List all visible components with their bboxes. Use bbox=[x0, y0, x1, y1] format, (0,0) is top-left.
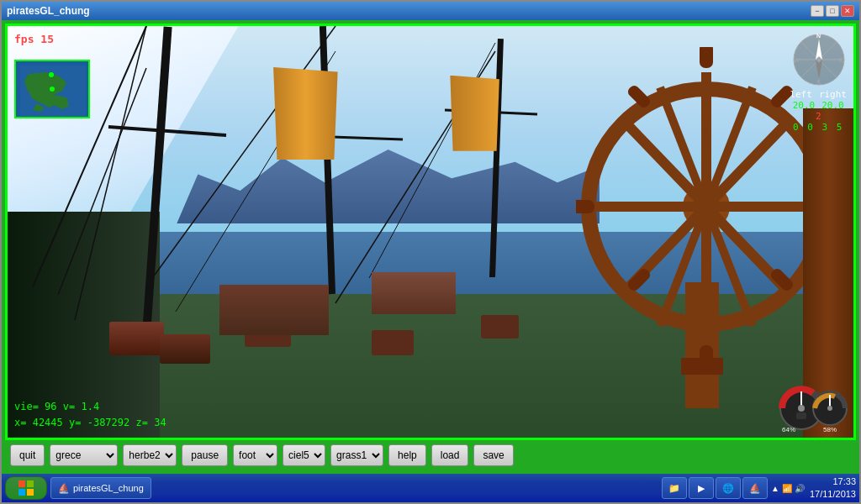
herbe2-select[interactable]: herbe1 herbe2 herbe3 bbox=[123, 444, 177, 466]
cannon-1 bbox=[109, 322, 164, 355]
taskbar-folder[interactable]: 📁 bbox=[662, 477, 687, 499]
compass: N S E W bbox=[792, 33, 847, 87]
svg-text:S: S bbox=[816, 80, 821, 86]
svg-text:W: W bbox=[794, 57, 800, 63]
foot-select[interactable]: foot dirt sand bbox=[233, 444, 277, 466]
pause-button[interactable]: pause bbox=[182, 444, 228, 466]
windows-logo bbox=[18, 480, 34, 496]
cannon-4 bbox=[372, 330, 414, 355]
window-title: piratesGL_chung bbox=[7, 5, 90, 17]
right-label: right bbox=[819, 89, 847, 100]
steps-structure bbox=[219, 285, 329, 335]
quick-launch: 📁 ▶ 🌐 ⛵ bbox=[662, 477, 768, 499]
vie-display: vie= 96 v= 1.4 bbox=[14, 399, 166, 415]
svg-text:E: E bbox=[839, 57, 843, 63]
svg-rect-63 bbox=[27, 489, 34, 496]
taskbar-right: ▲ 📶 🔊 17:33 17/11/2013 bbox=[771, 475, 856, 501]
sys-tray: ▲ 📶 🔊 bbox=[771, 484, 805, 493]
svg-text:N: N bbox=[816, 33, 821, 39]
sail-icon: ⛵ bbox=[749, 483, 761, 494]
save-button[interactable]: save bbox=[473, 444, 513, 466]
cannon-2 bbox=[160, 334, 210, 364]
taskbar-item-icon: ⛵ bbox=[58, 483, 70, 494]
steps-2 bbox=[372, 272, 456, 314]
maximize-button[interactable]: □ bbox=[826, 5, 839, 17]
game-viewport[interactable]: fps 15 bbox=[5, 24, 856, 440]
left-label: left bbox=[790, 89, 812, 100]
minimap-player-dot bbox=[49, 72, 54, 77]
taskbar-item-pirates[interactable]: ⛵ piratesGL_chung bbox=[50, 477, 151, 499]
title-bar: piratesGL_chung − □ ✕ bbox=[2, 2, 859, 20]
main-content: fps 15 bbox=[2, 20, 859, 474]
svg-point-58 bbox=[827, 406, 832, 411]
left-val: 20.0 bbox=[793, 100, 816, 111]
grece-select[interactable]: grece france angleterre bbox=[50, 444, 118, 466]
taskbar: ⛵ piratesGL_chung 📁 ▶ 🌐 ⛵ ▲ 📶 bbox=[2, 474, 859, 502]
grass1-dropdown[interactable]: grass1 grass2 grass3 bbox=[330, 444, 383, 466]
herbe2-dropdown[interactable]: herbe1 herbe2 herbe3 bbox=[123, 444, 177, 466]
sail-2 bbox=[447, 76, 502, 151]
arrow-icon: ▲ bbox=[771, 484, 779, 493]
svg-rect-62 bbox=[18, 489, 25, 496]
quit-button[interactable]: quit bbox=[10, 444, 45, 466]
ciel5-select[interactable]: ciel1 ciel2 ciel3 ciel4 ciel5 bbox=[283, 444, 325, 466]
speedometer: 64% 58% bbox=[778, 383, 849, 433]
svg-text:58%: 58% bbox=[823, 426, 837, 433]
volume-icon: 🔊 bbox=[795, 484, 805, 493]
folder-icon: 📁 bbox=[668, 483, 680, 494]
ciel5-dropdown[interactable]: ciel1 ciel2 ciel3 ciel4 ciel5 bbox=[283, 444, 325, 466]
media-icon: ▶ bbox=[698, 483, 705, 494]
minimap-crosshair bbox=[50, 87, 55, 92]
hud-stats: left right 20.0 20.0 2 0 0 3 5 bbox=[790, 89, 847, 133]
svg-rect-28 bbox=[700, 47, 713, 68]
main-window: piratesGL_chung − □ ✕ bbox=[0, 0, 861, 504]
svg-rect-61 bbox=[27, 480, 34, 487]
signal-icon: 📶 bbox=[782, 484, 792, 493]
foot-dropdown[interactable]: foot dirt sand bbox=[233, 444, 277, 466]
score-display: 0 0 3 5 bbox=[790, 122, 847, 133]
taskbar-media[interactable]: ▶ bbox=[689, 477, 714, 499]
grece-dropdown[interactable]: grece france angleterre bbox=[50, 444, 118, 466]
load-button[interactable]: load bbox=[431, 444, 469, 466]
svg-point-53 bbox=[798, 405, 805, 412]
help-button[interactable]: help bbox=[388, 444, 426, 466]
hud-coords: vie= 96 v= 1.4 x= 42445 y= -387292 z= 34 bbox=[14, 399, 166, 431]
hud-minimap bbox=[14, 60, 90, 118]
taskbar-item-label: piratesGL_chung bbox=[73, 483, 144, 493]
sail-1 bbox=[270, 67, 341, 160]
hud-fps: fps 15 bbox=[14, 33, 54, 45]
start-button[interactable] bbox=[5, 476, 47, 500]
red-number: 2 bbox=[790, 111, 847, 122]
svg-rect-54 bbox=[796, 412, 806, 419]
taskbar-clock: 17:33 17/11/2013 bbox=[810, 475, 856, 501]
right-val: 20.0 bbox=[821, 100, 844, 111]
cannon-5 bbox=[481, 315, 519, 339]
clock-time: 17:33 bbox=[810, 475, 856, 488]
svg-text:64%: 64% bbox=[782, 426, 795, 433]
taskbar-firefox[interactable]: 🌐 bbox=[716, 477, 741, 499]
window-controls: − □ ✕ bbox=[811, 5, 854, 17]
minimize-button[interactable]: − bbox=[811, 5, 824, 17]
coords-display: x= 42445 y= -387292 z= 34 bbox=[14, 415, 166, 431]
grass1-select[interactable]: grass1 grass2 grass3 bbox=[330, 444, 383, 466]
firefox-icon: 🌐 bbox=[722, 483, 734, 494]
toolbar: quit grece france angleterre herbe1 herb… bbox=[5, 440, 856, 470]
svg-rect-31 bbox=[576, 200, 594, 213]
svg-rect-29 bbox=[700, 345, 713, 370]
close-button[interactable]: ✕ bbox=[841, 5, 854, 17]
svg-rect-60 bbox=[18, 480, 25, 487]
taskbar-items: ⛵ piratesGL_chung bbox=[50, 477, 662, 499]
taskbar-sail[interactable]: ⛵ bbox=[742, 477, 768, 499]
clock-date: 17/11/2013 bbox=[810, 488, 856, 501]
